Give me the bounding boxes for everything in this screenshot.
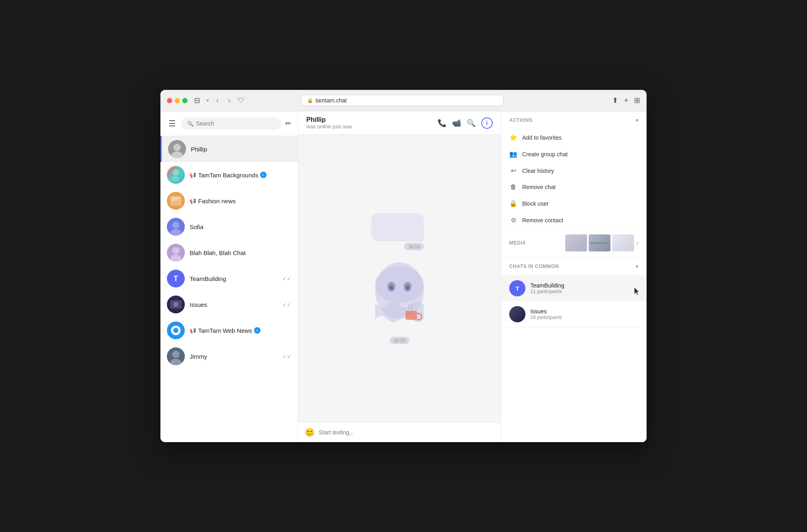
chevron-down-icon: ▾: [207, 98, 209, 103]
clear-icon: ↩: [509, 167, 517, 174]
avatar: [167, 192, 185, 210]
list-item[interactable]: T TeamBuilding ✓✓: [160, 266, 298, 292]
message-time-1: 16:19: [404, 243, 424, 250]
channel-icon: 📢: [190, 198, 196, 204]
traffic-lights: [167, 98, 188, 103]
svg-point-22: [172, 351, 179, 358]
list-item[interactable]: Sofia: [160, 214, 298, 240]
contact-info: Blah Blah, Blah Chat: [190, 249, 291, 256]
avatar: [167, 166, 185, 184]
close-button[interactable]: [167, 98, 172, 103]
list-item[interactable]: 📢 Fashion news: [160, 188, 298, 214]
actions-section-header[interactable]: ACTIONS ▾: [501, 111, 647, 129]
common-chat-item[interactable]: Issues 34 participants: [501, 301, 647, 327]
browser-window: ⊟ ▾ ‹ › 🛡 🔒 tamtam.chat ⬆ + ⊞ ☰ 🔍 ✏: [160, 90, 647, 442]
svg-point-20: [173, 328, 178, 333]
forward-button[interactable]: ›: [226, 96, 233, 105]
ghost-image: [367, 254, 432, 329]
compose-button[interactable]: ✏: [285, 119, 291, 128]
media-section: MEDIA ›: [501, 229, 647, 257]
search-bar[interactable]: 🔍: [181, 117, 281, 130]
address-bar[interactable]: 🔒 tamtam.chat: [301, 95, 504, 106]
menu-button[interactable]: ☰: [167, 117, 177, 130]
avatar: [167, 347, 185, 365]
chats-in-common-section: CHATS IN COMMON ▾ T TeamBuilding 11 part…: [501, 257, 647, 328]
list-item[interactable]: 📢 TamTam Backgrounds ✓: [160, 162, 298, 188]
read-check-icon: ✓✓: [282, 276, 291, 282]
info-button[interactable]: i: [481, 117, 493, 129]
add-to-favorites-action[interactable]: ⭐ Add to favorites: [501, 129, 647, 146]
channel-icon: 📢: [190, 172, 196, 178]
search-input[interactable]: [196, 120, 275, 127]
fullscreen-button[interactable]: [182, 98, 188, 103]
svg-point-18: [173, 302, 178, 307]
verified-badge: ✓: [260, 172, 267, 178]
shield-icon: 🛡: [238, 97, 244, 104]
back-button[interactable]: ‹: [214, 96, 221, 105]
list-item[interactable]: Jimmy ✓✓: [160, 343, 298, 369]
group-icon: 👥: [509, 150, 517, 158]
contact-name: Blah Blah, Blah Chat: [190, 249, 291, 256]
list-item[interactable]: 📢 TamTam Web News ✓: [160, 317, 298, 343]
contact-name: 📢 TamTam Backgrounds ✓: [190, 172, 291, 179]
lock-icon: 🔒: [307, 98, 313, 103]
remove-chat-action[interactable]: 🗑 Remove chat: [501, 179, 647, 195]
action-label: Block user: [522, 200, 549, 207]
channel-icon: 📢: [190, 328, 196, 334]
video-call-button[interactable]: 📹: [452, 119, 461, 128]
app-area: ☰ 🔍 ✏ Phillip: [160, 111, 647, 442]
new-tab-button[interactable]: +: [624, 96, 628, 105]
emoji-button[interactable]: 🙂: [305, 428, 315, 437]
block-user-action[interactable]: 🔒 Block user: [501, 195, 647, 212]
sidebar-header: ☰ 🔍 ✏: [160, 111, 298, 136]
media-thumbnail: [589, 234, 611, 251]
list-item[interactable]: Issues ✓✓: [160, 292, 298, 317]
svg-rect-8: [172, 198, 180, 199]
avatar: [167, 244, 185, 262]
svg-point-1: [173, 144, 181, 151]
contact-name: TeamBuilding: [190, 275, 278, 282]
list-item[interactable]: Phillip: [160, 136, 298, 162]
chat-name: TeamBuilding: [530, 282, 564, 289]
clear-history-action[interactable]: ↩ Clear history: [501, 162, 647, 179]
minimize-button[interactable]: [175, 98, 180, 103]
call-button[interactable]: 📞: [438, 119, 446, 128]
actions-section: ACTIONS ▾ ⭐ Add to favorites 👥 Create gr…: [501, 111, 647, 229]
sidebar: ☰ 🔍 ✏ Phillip: [160, 111, 298, 442]
url-text: tamtam.chat: [316, 97, 347, 104]
chevron-right-icon[interactable]: ›: [636, 239, 638, 247]
search-chat-button[interactable]: 🔍: [467, 119, 476, 128]
message-time-2: 16:19: [390, 337, 409, 344]
avatar: [509, 306, 525, 322]
chats-in-common-header[interactable]: CHATS IN COMMON ▾: [501, 257, 647, 275]
read-check-icon: ✓✓: [282, 302, 291, 308]
contact-info: Jimmy: [190, 353, 278, 360]
remove-contact-action[interactable]: ⊘ Remove contact: [501, 212, 647, 228]
browser-actions: ⬆ + ⊞: [612, 96, 640, 105]
contact-name: Jimmy: [190, 353, 278, 360]
chat-area: Phillip was online just now 📞 📹 🔍 i 16:1…: [298, 111, 501, 442]
chat-input[interactable]: [319, 429, 494, 436]
contact-info: Issues: [190, 301, 278, 308]
read-check-icon: ✓✓: [282, 353, 291, 360]
chat-messages: 16:19: [298, 135, 501, 422]
actions-title: ACTIONS: [509, 117, 533, 123]
svg-rect-30: [406, 311, 417, 320]
contact-list: Phillip 📢 TamTam Backgrounds ✓: [160, 136, 298, 442]
share-button[interactable]: ⬆: [612, 96, 618, 105]
sidebar-toggle-button[interactable]: ⊟: [192, 95, 202, 106]
chat-participants: 34 participants: [530, 315, 562, 320]
chat-status: was online just now: [306, 123, 352, 130]
media-thumbnail: [565, 234, 587, 251]
common-chat-item[interactable]: T TeamBuilding 11 participants: [501, 275, 647, 301]
avatar: [168, 140, 186, 158]
right-panel: ACTIONS ▾ ⭐ Add to favorites 👥 Create gr…: [501, 111, 647, 442]
media-section-header[interactable]: MEDIA ›: [501, 229, 647, 257]
action-label: Remove contact: [522, 217, 563, 223]
svg-point-29: [406, 285, 410, 290]
chat-user-info: Phillip was online just now: [306, 116, 352, 130]
create-group-action[interactable]: 👥 Create group chat: [501, 146, 647, 162]
list-item[interactable]: Blah Blah, Blah Chat: [160, 240, 298, 266]
contact-name: Phillip: [191, 146, 291, 153]
grid-button[interactable]: ⊞: [634, 96, 640, 105]
